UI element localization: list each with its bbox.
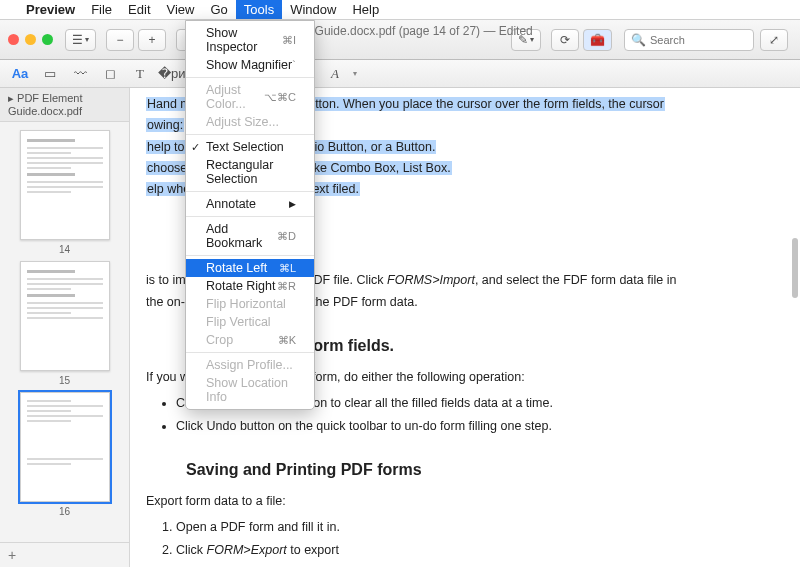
- section-heading: Saving and Printing PDF forms: [186, 461, 770, 479]
- menu-item-text-selection[interactable]: ✓Text Selection: [186, 138, 314, 156]
- close-window-button[interactable]: [8, 34, 19, 45]
- menu-item-show-inspector[interactable]: Show Inspector⌘I: [186, 24, 314, 56]
- page-thumbnail[interactable]: 16: [20, 392, 110, 517]
- shapes-tool-button[interactable]: ◻: [98, 66, 122, 81]
- text-format-button[interactable]: A: [323, 66, 347, 82]
- text-style-button[interactable]: Aa: [8, 66, 32, 81]
- body-text: Export form data to a file:: [146, 491, 770, 512]
- sidebar-view-button[interactable]: ☰▾: [65, 29, 96, 51]
- markup-toolbar-button[interactable]: 🧰: [583, 29, 612, 51]
- menu-item-crop: Crop⌘K: [186, 331, 314, 349]
- markup-toolbar: Aa ▭ 〰 ◻ T �ритage ▤ — ◻ ◼ A ▾: [0, 60, 800, 88]
- fullscreen-button[interactable]: ⤢: [760, 29, 788, 51]
- menu-item-rotate-right[interactable]: Rotate Right⌘R: [186, 277, 314, 295]
- minimize-window-button[interactable]: [25, 34, 36, 45]
- list-item: Click Undo button on the quick toolbar t…: [176, 415, 770, 438]
- app-name[interactable]: Preview: [18, 0, 83, 19]
- zoom-out-button[interactable]: −: [106, 29, 134, 51]
- sidebar-document-tab[interactable]: ▸ PDF Element Guide.docx.pdf: [0, 88, 129, 122]
- page-thumbnail[interactable]: 14: [20, 130, 110, 255]
- menu-item-add-bookmark[interactable]: Add Bookmark⌘D: [186, 220, 314, 252]
- page-number-label: 15: [20, 375, 110, 386]
- thumbnails-sidebar: ▸ PDF Element Guide.docx.pdf 14 15: [0, 88, 130, 567]
- menu-edit[interactable]: Edit: [120, 0, 158, 19]
- list-item: Click FORM>Export to export: [176, 539, 770, 562]
- list-item: Open a PDF form and fill it in.: [176, 516, 770, 539]
- menu-item-annotate[interactable]: Annotate▶: [186, 195, 314, 213]
- menu-view[interactable]: View: [159, 0, 203, 19]
- zoom-in-button[interactable]: +: [138, 29, 166, 51]
- page-number-label: 16: [20, 506, 110, 517]
- sign-tool-button[interactable]: �ритage: [158, 66, 182, 81]
- menu-item-assign-profile: Assign Profile...: [186, 356, 314, 374]
- search-field[interactable]: 🔍: [624, 29, 754, 51]
- highlight-button[interactable]: ✎▾: [511, 29, 541, 51]
- menu-item-show-location-info: Show Location Info: [186, 374, 314, 406]
- page-number-label: 14: [20, 244, 110, 255]
- text-tool-button[interactable]: T: [128, 66, 152, 82]
- vertical-scrollbar[interactable]: [792, 238, 798, 298]
- list-item: In the pop up window, choose the default…: [176, 561, 770, 567]
- tools-menu-dropdown: Show Inspector⌘IShow Magnifier`Adjust Co…: [185, 20, 315, 410]
- menu-item-flip-horizontal: Flip Horizontal: [186, 295, 314, 313]
- sketch-tool-button[interactable]: 〰: [68, 66, 92, 81]
- search-input[interactable]: [650, 34, 740, 46]
- menu-item-adjust-color: Adjust Color...⌥⌘C: [186, 81, 314, 113]
- menu-item-show-magnifier[interactable]: Show Magnifier`: [186, 56, 314, 74]
- rotate-button[interactable]: ⟳: [551, 29, 579, 51]
- zoom-window-button[interactable]: [42, 34, 53, 45]
- menu-item-rectangular-selection[interactable]: Rectangular Selection: [186, 156, 314, 188]
- add-page-button[interactable]: +: [0, 542, 129, 567]
- selected-text: owing:: [146, 118, 184, 132]
- window-controls: [8, 34, 53, 45]
- search-icon: 🔍: [631, 33, 646, 47]
- menu-window[interactable]: Window: [282, 0, 344, 19]
- menu-item-flip-vertical: Flip Vertical: [186, 313, 314, 331]
- menu-item-rotate-left[interactable]: Rotate Left⌘L: [186, 259, 314, 277]
- menu-tools[interactable]: Tools: [236, 0, 282, 19]
- menu-help[interactable]: Help: [344, 0, 387, 19]
- numbered-list: Open a PDF form and fill it in. Click FO…: [158, 516, 770, 567]
- system-menubar: Preview File Edit View Go Tools Window H…: [0, 0, 800, 20]
- page-thumbnail[interactable]: 15: [20, 261, 110, 386]
- menu-item-adjust-size: Adjust Size...: [186, 113, 314, 131]
- menu-file[interactable]: File: [83, 0, 120, 19]
- selection-tool-button[interactable]: ▭: [38, 66, 62, 81]
- menu-go[interactable]: Go: [202, 0, 235, 19]
- window-toolbar: ☰▾ − + ⇧ Element Guide.docx.pdf (page 14…: [0, 20, 800, 60]
